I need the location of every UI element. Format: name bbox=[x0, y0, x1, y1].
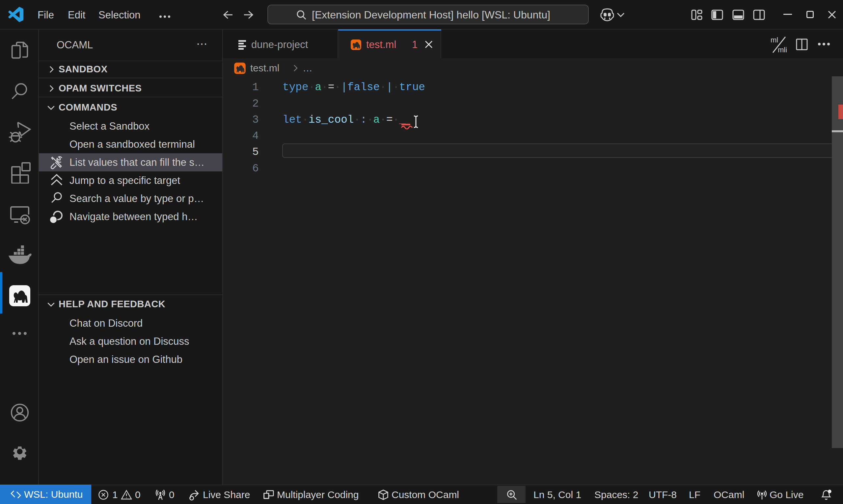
svg-text:mli: mli bbox=[778, 46, 787, 54]
svg-text:ml: ml bbox=[771, 36, 778, 44]
